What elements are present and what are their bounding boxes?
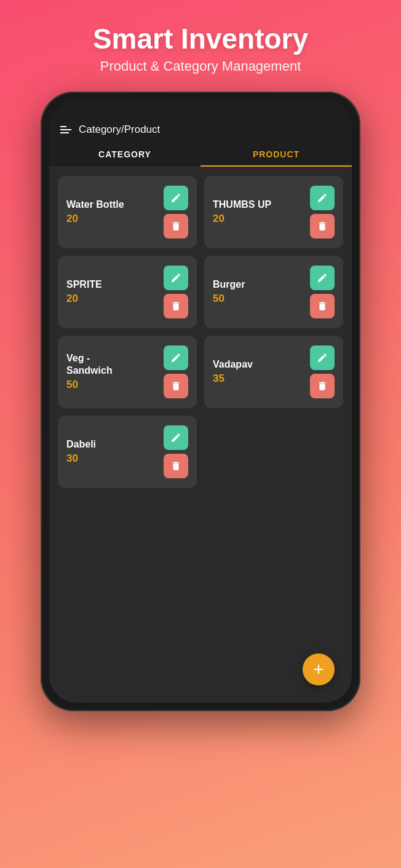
- product-card-5: Veg -Sandwich50: [58, 336, 197, 408]
- edit-button-7[interactable]: [164, 425, 188, 450]
- card-actions-4: [310, 266, 335, 318]
- card-actions-1: [164, 186, 188, 239]
- product-name-7: Dabeli: [66, 438, 96, 450]
- product-info-3: SPRITE20: [66, 278, 102, 305]
- main-title: Smart Inventory: [18, 23, 383, 55]
- product-name-1: Water Bottle: [66, 199, 124, 210]
- phone-inner: Category/Product CATEGORY PRODUCT Water …: [49, 100, 352, 703]
- status-bar: [49, 100, 352, 117]
- product-card-3: SPRITE20: [58, 256, 197, 328]
- product-card-4: Burger50: [204, 256, 343, 328]
- product-info-5: Veg -Sandwich50: [66, 352, 113, 390]
- product-price-5: 50: [66, 379, 113, 391]
- delete-button-4[interactable]: [310, 294, 335, 318]
- edit-button-6[interactable]: [310, 345, 335, 370]
- sub-title: Product & Category Management: [18, 58, 383, 74]
- delete-button-3[interactable]: [164, 294, 188, 318]
- product-grid: Water Bottle20THUMBS UP20SPRITE20Burger5…: [49, 167, 352, 497]
- product-card-2: THUMBS UP20: [204, 176, 343, 248]
- edit-button-5[interactable]: [164, 345, 188, 370]
- product-price-7: 30: [66, 452, 96, 465]
- fab-add-button[interactable]: +: [303, 653, 335, 685]
- app-bar-title: Category/Product: [79, 124, 160, 136]
- header-section: Smart Inventory Product & Category Manag…: [0, 0, 401, 92]
- product-name-2: THUMBS UP: [213, 199, 271, 210]
- card-actions-2: [310, 186, 335, 239]
- tab-category[interactable]: CATEGORY: [49, 142, 200, 167]
- delete-button-5[interactable]: [164, 374, 188, 398]
- card-actions-3: [164, 266, 188, 318]
- product-name-5: Veg -Sandwich: [66, 352, 113, 376]
- product-card-6: Vadapav35: [204, 336, 343, 408]
- product-price-3: 20: [66, 293, 102, 305]
- product-price-1: 20: [66, 213, 124, 225]
- delete-button-7[interactable]: [164, 454, 188, 478]
- edit-button-2[interactable]: [310, 186, 335, 210]
- product-price-6: 35: [213, 373, 253, 385]
- delete-button-1[interactable]: [164, 214, 188, 239]
- product-card-1: Water Bottle20: [58, 176, 197, 248]
- card-actions-6: [310, 345, 335, 398]
- edit-button-4[interactable]: [310, 266, 335, 290]
- edit-button-1[interactable]: [164, 186, 188, 210]
- tabs-bar: CATEGORY PRODUCT: [49, 142, 352, 167]
- product-name-4: Burger: [213, 278, 245, 290]
- product-price-4: 50: [213, 293, 245, 305]
- product-name-3: SPRITE: [66, 278, 102, 290]
- product-info-4: Burger50: [213, 278, 245, 305]
- card-actions-7: [164, 425, 188, 478]
- product-price-2: 20: [213, 213, 271, 225]
- product-info-1: Water Bottle20: [66, 199, 124, 225]
- edit-button-3[interactable]: [164, 266, 188, 290]
- tab-product[interactable]: PRODUCT: [200, 142, 352, 167]
- app-bar: Category/Product: [49, 117, 352, 142]
- card-actions-5: [164, 345, 188, 398]
- product-info-2: THUMBS UP20: [213, 199, 271, 225]
- product-card-7: Dabeli30: [58, 416, 197, 488]
- delete-button-6[interactable]: [310, 374, 335, 398]
- delete-button-2[interactable]: [310, 214, 335, 239]
- product-info-7: Dabeli30: [66, 438, 96, 465]
- phone-frame: Category/Product CATEGORY PRODUCT Water …: [41, 92, 360, 711]
- menu-icon[interactable]: [60, 126, 71, 133]
- product-name-6: Vadapav: [213, 358, 253, 370]
- product-info-6: Vadapav35: [213, 358, 253, 385]
